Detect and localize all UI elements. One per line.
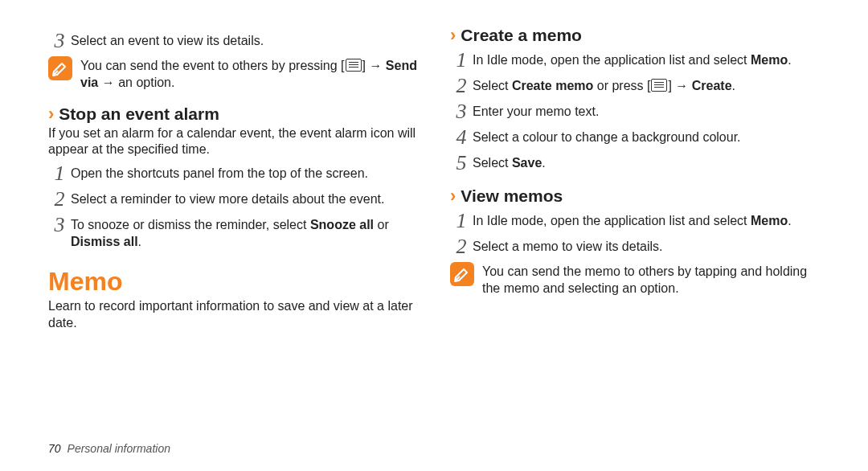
step-numeral: 2 (450, 76, 473, 96)
step-text: In Idle mode, open the application list … (473, 211, 792, 230)
step-numeral: 2 (450, 236, 473, 257)
note-send-memo: You can send the memo to others by tappi… (450, 262, 828, 297)
memo-intro-text: Learn to record important information to… (48, 298, 426, 332)
note-icon (450, 262, 474, 286)
note-text: You can send the event to others by pres… (80, 56, 426, 92)
step-numeral: 1 (48, 163, 71, 184)
heading-create-memo: › Create a memo (450, 26, 828, 45)
chevron-icon: › (450, 187, 456, 205)
step-numeral: 2 (48, 189, 71, 210)
chevron-icon: › (450, 27, 456, 44)
menu-icon (651, 79, 667, 92)
step-text: Select a reminder to view more details a… (71, 189, 384, 208)
step-numeral: 3 (48, 31, 71, 51)
heading-view-memos: › View memos (450, 186, 828, 206)
right-column: › Create a memo 1 In Idle mode, open the… (450, 26, 828, 455)
step-text: Enter your memo text. (473, 101, 599, 121)
chevron-icon: › (48, 105, 54, 123)
step-numeral: 1 (450, 211, 473, 231)
page-number: 70 (48, 442, 61, 455)
step-text: To snooze or dismiss the reminder, selec… (71, 215, 426, 251)
view-step-1: 1 In Idle mode, open the application lis… (450, 211, 828, 231)
heading-memo: Memo (48, 267, 426, 297)
step-text: Select Create memo or press [] → Create. (473, 76, 735, 95)
step-numeral: 4 (450, 127, 473, 148)
step-3-view-details: 3 Select an event to view its details. (48, 31, 426, 51)
step-text: Select a memo to view its details. (473, 236, 663, 256)
note-icon (48, 56, 72, 80)
create-step-2: 2 Select Create memo or press [] → Creat… (450, 76, 828, 96)
step-text: In Idle mode, open the application list … (473, 50, 792, 69)
stop-intro-text: If you set an alarm for a calendar event… (48, 125, 426, 159)
create-step-1: 1 In Idle mode, open the application lis… (450, 50, 828, 71)
page-footer: 70 Personal information (48, 442, 170, 455)
left-column: 3 Select an event to view its details. Y… (48, 26, 426, 455)
step-text: Select Save. (473, 153, 546, 172)
step-text: Select an event to view its details. (71, 31, 264, 50)
view-step-2: 2 Select a memo to view its details. (450, 236, 828, 257)
step-numeral: 3 (450, 101, 473, 122)
stop-step-1: 1 Open the shortcuts panel from the top … (48, 163, 426, 184)
create-step-5: 5 Select Save. (450, 153, 828, 174)
note-text: You can send the memo to others by tappi… (482, 262, 828, 297)
menu-icon (346, 59, 362, 72)
heading-stop-event-alarm: › Stop an event alarm (48, 104, 426, 124)
stop-step-2: 2 Select a reminder to view more details… (48, 189, 426, 210)
note-send-event: You can send the event to others by pres… (48, 56, 426, 92)
step-numeral: 3 (48, 215, 71, 236)
create-step-4: 4 Select a colour to change a background… (450, 127, 828, 148)
footer-section: Personal information (68, 442, 170, 455)
step-text: Select a colour to change a background c… (473, 127, 741, 146)
step-text: Open the shortcuts panel from the top of… (71, 163, 368, 182)
stop-step-3: 3 To snooze or dismiss the reminder, sel… (48, 215, 426, 251)
manual-page: 3 Select an event to view its details. Y… (0, 0, 868, 471)
step-numeral: 1 (450, 50, 473, 71)
step-numeral: 5 (450, 153, 473, 174)
create-step-3: 3 Enter your memo text. (450, 101, 828, 122)
